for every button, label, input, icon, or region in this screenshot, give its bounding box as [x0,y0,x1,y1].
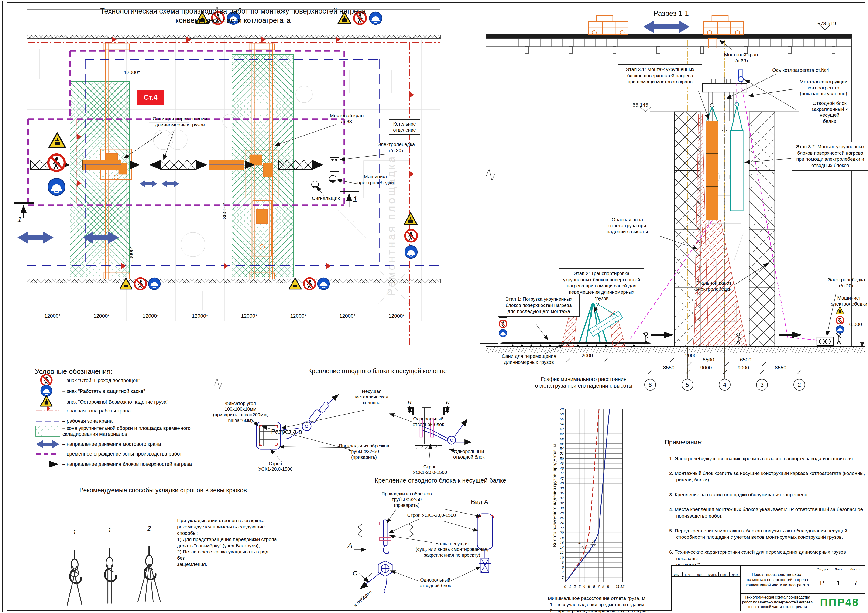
chart-xlabel: Минимальное рассстояние отлета груза, м [548,595,645,601]
notes-list: 1. Электролебедку к основанию крепить со… [669,449,867,576]
legend-item-2: – знак "Работать в защитной каске" [62,389,145,394]
section-title: Разрез 1-1 [653,9,689,18]
svg-text:6: 6 [593,584,595,589]
sling1-label: Строп УСК1-20,0-1500 [259,461,293,472]
metal-structures-label: Металлоконструкции котлоагрегата (показа… [800,79,848,97]
detail-column-title: Крепление отводного блока к несущей коло… [308,367,447,375]
signalman-symbol [312,181,319,188]
section-sledge-label: Сани для перемещения длинномерных грузов [502,353,556,365]
svg-text:52: 52 [560,451,564,455]
svg-text:54: 54 [560,446,564,450]
grid-bubble-2: 2 [794,379,805,390]
chart-svg: 0123456789111224681012141618202224262830… [555,405,634,594]
svg-text:7: 7 [597,584,600,589]
winch-operator-figure [836,332,842,345]
svg-text:6: 6 [562,565,564,569]
plan-ghost-text: Ремонтная площадка [385,155,398,296]
svg-text:8: 8 [562,560,564,564]
svg-text:10: 10 [560,556,564,559]
svg-text:8: 8 [602,584,604,589]
svg-text:64: 64 [560,422,564,426]
svg-text:48: 48 [560,461,564,465]
beam-label: Балка несущая (сущ. или вновь смонтирова… [416,541,489,558]
svg-text:2: 2 [592,539,595,544]
tb-sheet-v: 1 [830,571,847,594]
svg-text:40: 40 [560,481,564,485]
note-3: 3. Крепление за настил площадки обслужив… [669,491,867,498]
svg-text:24: 24 [560,521,564,525]
svg-text:12: 12 [620,584,625,589]
svg-text:1: 1 [578,539,581,545]
column-label: Несущая металлическая колонна [355,389,388,406]
legend-title: Условные обозначения: [35,367,112,376]
note-2: 2. Монтажный блок крепить за несущие кон… [669,470,867,483]
section-crane-1 [588,15,628,35]
svg-text:44: 44 [560,471,564,475]
marker-A-view: А [348,541,352,550]
dim-bottom-6: 12000* [290,313,307,319]
boiler-axis-label: Ось котлоагрегата ст.№4 [772,67,829,73]
runway-beam [486,34,852,39]
section-crane-label: Мостовой кран г/п 63т [724,52,758,63]
dim-bottom-8: 12000* [388,313,405,319]
winch-plan [330,158,339,172]
elev-top-label: +73,519 [817,20,836,27]
dim-10000: 10000* [129,246,135,263]
svg-text:58: 58 [560,437,564,441]
drawing-sheet: Технологическая схема производства работ… [0,0,868,613]
chart-note: 1 – в случае пад ения предметов со здани… [550,602,649,613]
hooks-text: При укладывании стропов в зев крюка реко… [177,517,277,568]
tb-sheets-v: 7 [846,571,865,594]
legend-item-1: – знак "Стой! Проход воспрещен" [62,378,140,384]
dim-12000-top: 12000* [124,70,140,76]
sling2-label: Строп УСК1-20,0-1500 [413,464,447,475]
dim-bottom-4: 12000* [192,313,208,319]
razrez-aa-title: Разрез а-а [271,428,302,435]
tb-doc-name: Проект производства работ на монтаж пове… [740,565,815,594]
legend-item-9: – направление движения блоков поверхност… [62,461,192,467]
cut-mark-1-left: 1 [17,215,22,224]
legend-icons [36,375,60,467]
legend-item-3: – знак "Осторожно! Возможно падение груз… [62,399,168,405]
svg-text:18: 18 [560,536,564,540]
svg-text:66: 66 [560,417,564,421]
section-winch-label: Электролебедка г/п 20т [828,277,865,289]
svg-text:28: 28 [560,511,564,515]
elev-0-label: 0,000 [849,321,862,328]
svg-text:68: 68 [560,412,564,416]
q-label: Q [353,570,358,577]
note-6: 6. Технические характеристики саней для … [669,549,867,568]
tb-sheet-name: Технологическая схема производства работ… [740,593,815,611]
winch-operator-symbol [329,175,336,183]
svg-text:60: 60 [560,432,564,435]
dim-2000-2: 2000 [685,353,697,359]
grid-bubble-4: 4 [719,379,730,390]
dim-36000: 36000* [222,203,228,219]
note-1: 1. Электролебедку к основанию крепить со… [669,455,867,462]
svg-text:20: 20 [560,531,564,534]
ground-hatch [486,347,865,353]
stage-31-note: Этап 3.1: Монтаж укрупненных блоков пове… [618,64,702,87]
svg-text:9: 9 [607,584,609,589]
grid-bubble-6: 6 [644,379,656,390]
svg-text:2: 2 [574,584,576,589]
winch-section [817,337,834,346]
dim-bottom-5: 12000* [241,313,257,319]
chart-title: График минимального расстояния отлета гр… [535,376,632,389]
svg-text:34: 34 [560,496,564,500]
block1-label: Однорольный отводной блок [413,416,444,427]
svg-text:56: 56 [560,441,564,446]
svg-text:50: 50 [560,457,564,460]
svg-text:4: 4 [583,584,585,589]
svg-text:62: 62 [560,427,564,430]
legend-item-6: – зона укрупнительной сборки и площадка … [62,426,191,437]
block-on-beam-label: Отводной блок закрепленный к несущей бал… [811,100,849,124]
detail-beam-title: Крепление отводного блока к несущей балк… [375,477,506,484]
plan-crane-label: Мостовой кран г/п 63т [330,113,364,124]
svg-text:16: 16 [560,540,564,545]
station-4-marker: Ст.4 [137,90,164,105]
gaskets-label: Прокладки из обрезков трубы Ф32-50 (прив… [339,443,389,460]
svg-text:0: 0 [564,584,566,589]
legend-item-5: – рабочая зона крана [62,418,113,424]
note-5: 5. Перед креплением монтажных блоков пол… [669,528,867,540]
